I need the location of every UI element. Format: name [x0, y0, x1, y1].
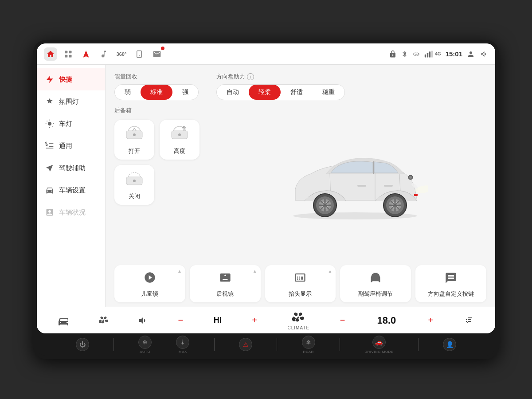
bluetooth-icon	[401, 51, 408, 58]
steering-custom-label: 方向盘自定义按键	[428, 290, 474, 297]
steering-assist-buttons: 自动 轻柔 舒适 稳重	[216, 84, 345, 100]
sidebar-item-ambient[interactable]: 氛围灯	[37, 90, 105, 113]
sidebar-item-quick[interactable]: 快捷	[37, 68, 105, 90]
steering-firm-btn[interactable]: 稳重	[313, 85, 344, 100]
sidebar-item-lights[interactable]: 车灯	[37, 113, 105, 135]
home-button[interactable]	[44, 47, 57, 61]
person-hw-btn[interactable]: 👤	[443, 338, 456, 351]
svg-rect-3	[69, 55, 72, 57]
middle-area: 后备箱	[114, 106, 486, 259]
ambient-label: 氛围灯	[59, 98, 79, 106]
hazard-hw-btn[interactable]: ⚠	[239, 338, 252, 351]
climate-car-item[interactable]	[58, 316, 70, 325]
energy-weak-btn[interactable]: 弱	[115, 85, 141, 100]
passenger-seat-btn[interactable]: 副驾座椅调节	[340, 265, 411, 302]
energy-standard-btn[interactable]: 标准	[141, 85, 172, 100]
svg-point-19	[133, 133, 136, 136]
vehicle-settings-icon	[45, 185, 55, 195]
child-lock-btn[interactable]: ▲ 儿童锁	[114, 265, 185, 302]
sidebar-item-vehicle-status[interactable]: 车辆状况	[37, 201, 105, 223]
energy-strong-btn[interactable]: 强	[172, 85, 198, 100]
svg-rect-0	[65, 51, 68, 53]
trunk-buttons: 打开	[114, 120, 212, 205]
energy-recovery-group: 能量回收 弱 标准 强	[114, 73, 199, 100]
rearview-btn[interactable]: ▲ 后视镜	[190, 265, 261, 302]
trunk-section: 后备箱	[114, 106, 212, 259]
climate-label: CLIMATE	[288, 325, 310, 330]
hud-btn[interactable]: ▲ 抬头显示	[265, 265, 336, 302]
status-bar: 360°	[37, 43, 495, 65]
passenger-seat-icon	[369, 271, 382, 286]
info-icon: i	[247, 73, 254, 80]
driving-mode-hw-btn[interactable]: 🚗 DRIVING MODE	[364, 336, 394, 354]
nav-button[interactable]	[79, 47, 93, 61]
hw-divider1	[113, 338, 114, 351]
network-label: 4G	[435, 51, 441, 56]
trunk-open-btn[interactable]: 打开	[114, 120, 154, 160]
quick-buttons-row: ▲ 儿童锁 ▲	[114, 265, 486, 302]
child-lock-icon	[144, 271, 156, 286]
lights-label: 车灯	[59, 120, 72, 128]
360-button[interactable]: 360°	[115, 47, 128, 61]
right-temp-minus-btn[interactable]: −	[337, 315, 348, 326]
main-content: 快捷 氛围灯	[37, 65, 495, 307]
steering-auto-btn[interactable]: 自动	[217, 85, 249, 100]
music-button[interactable]	[97, 47, 110, 61]
trunk-open-icon	[125, 125, 144, 144]
steering-custom-btn[interactable]: 方向盘自定义按键	[415, 265, 486, 302]
rear-ac-hw-btn[interactable]: ❄ REAR	[302, 336, 315, 354]
hud-label: 抬头显示	[289, 290, 312, 298]
power-hw-btn[interactable]: ⏻	[76, 338, 89, 351]
notification-button[interactable]	[150, 47, 164, 61]
right-temp-plus-btn[interactable]: +	[425, 315, 436, 326]
climate-fan-item[interactable]	[98, 315, 110, 326]
right-panel: 能量回收 弱 标准 强 方向盘助力 i	[106, 65, 495, 307]
svg-point-5	[139, 55, 140, 56]
passenger-seat-label: 副驾座椅调节	[358, 290, 393, 298]
steering-comfort-btn[interactable]: 舒适	[281, 85, 313, 100]
seat-heat-left-icon	[137, 315, 148, 326]
general-label: 通用	[59, 142, 72, 150]
svg-point-24	[133, 180, 136, 182]
nav-icons: 360°	[44, 47, 385, 61]
climate-seat-heat-right-item[interactable]	[464, 315, 474, 326]
steering-light-btn[interactable]: 轻柔	[249, 85, 281, 100]
vehicle-settings-label: 车辆设置	[59, 186, 86, 195]
seat-heat-right-icon	[464, 315, 474, 326]
svg-rect-2	[65, 55, 68, 57]
rearview-label: 后视镜	[216, 290, 234, 298]
user-icon	[467, 50, 475, 58]
hazard-icon: ⚠	[239, 338, 252, 351]
sidebar-item-vehicle-settings[interactable]: 车辆设置	[37, 179, 105, 201]
svg-line-15	[52, 126, 52, 126]
mirror-button[interactable]	[133, 47, 146, 61]
left-temp-minus-btn[interactable]: −	[175, 315, 186, 326]
svg-point-47	[409, 176, 412, 179]
climate-bar: − Hi + CLIMATE − 18.0 +	[37, 307, 495, 333]
driving-label: 驾驶辅助	[59, 164, 86, 172]
lock-icon	[389, 50, 397, 58]
trunk-height-label: 高度	[174, 147, 185, 155]
hw-divider5	[418, 338, 419, 351]
energy-recovery-label: 能量回收	[114, 73, 199, 81]
trunk-height-btn[interactable]: 高度	[160, 120, 200, 160]
person-hw-icon: 👤	[443, 338, 456, 351]
heat-max-hw-btn[interactable]: 🌡 MAX	[176, 336, 189, 354]
grid-button[interactable]	[62, 47, 75, 61]
quick-label: 快捷	[59, 75, 72, 84]
sidebar-item-general[interactable]: 通用	[37, 135, 105, 157]
vehicle-status-icon	[45, 207, 55, 217]
sidebar-item-driving[interactable]: 驾驶辅助	[37, 157, 105, 179]
ac-auto-hw-btn[interactable]: ❄ AUTO	[138, 336, 152, 354]
ambient-icon	[45, 97, 55, 106]
steering-custom-icon	[445, 272, 457, 287]
car-area	[219, 106, 486, 259]
rear-ac-icon: ❄	[302, 336, 315, 349]
svg-point-21	[178, 133, 181, 136]
hud-icon	[294, 271, 306, 286]
left-temp-plus-btn[interactable]: +	[249, 315, 260, 326]
trunk-close-btn[interactable]: 关闭	[114, 165, 154, 205]
climate-center[interactable]: CLIMATE	[288, 310, 310, 330]
notification-dot	[161, 47, 164, 50]
climate-seat-heat-item[interactable]	[137, 315, 148, 326]
